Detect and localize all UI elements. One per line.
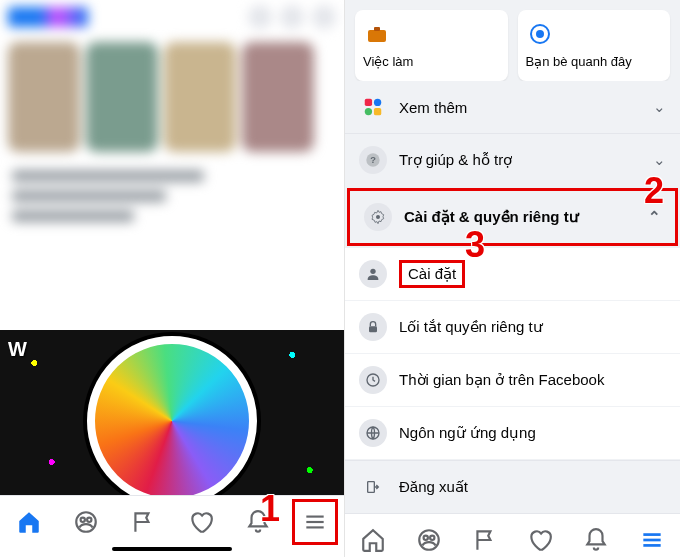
svg-rect-21: [368, 482, 375, 493]
svg-point-24: [430, 535, 434, 539]
left-screenshot: W 1: [0, 0, 345, 557]
tab-groups-right[interactable]: [409, 520, 449, 558]
tab-flag-right[interactable]: [465, 520, 505, 558]
submenu-settings[interactable]: Cài đặt: [345, 248, 680, 301]
facebook-logo: [8, 7, 88, 27]
menu-see-more-label: Xem thêm: [399, 99, 467, 116]
svg-point-22: [419, 530, 439, 550]
svg-point-23: [423, 535, 427, 539]
iphone-home-indicator: [0, 547, 344, 557]
submenu-your-time[interactable]: Thời gian bạn ở trên Facebook: [345, 354, 680, 407]
blurred-feed: [0, 0, 344, 330]
submenu-privacy-shortcuts-label: Lối tắt quyền riêng tư: [399, 318, 543, 336]
submenu-app-language[interactable]: Ngôn ngữ ứng dụng: [345, 407, 680, 460]
menu-list: Xem thêm ⌄ ? Trợ giúp & hỗ trợ ⌄ Cài đặt…: [345, 81, 680, 513]
tab-home[interactable]: [9, 502, 49, 542]
flag-icon: [130, 509, 156, 535]
submenu-app-language-label: Ngôn ngữ ứng dụng: [399, 424, 536, 442]
nearby-icon: [526, 20, 554, 48]
lock-icon: [359, 313, 387, 341]
svg-point-11: [374, 99, 381, 106]
globe-icon: [359, 419, 387, 447]
submenu-settings-label: Cài đặt: [399, 260, 465, 288]
card-jobs-label: Việc làm: [363, 54, 500, 69]
shortcut-cards: Việc làm Bạn bè quanh đây: [345, 0, 680, 81]
svg-point-16: [376, 215, 380, 219]
watermark-logo: W: [8, 338, 27, 361]
feed-post-image: W: [0, 330, 344, 495]
svg-rect-6: [368, 30, 386, 42]
svg-point-9: [536, 30, 544, 38]
svg-point-0: [76, 512, 96, 532]
bell-icon: [583, 527, 609, 553]
home-icon: [16, 509, 42, 535]
menu-help-label: Trợ giúp & hỗ trợ: [399, 151, 512, 169]
right-screenshot: Việc làm Bạn bè quanh đây Xem thêm ⌄ ? T…: [345, 0, 680, 557]
chevron-down-icon: ⌄: [653, 98, 666, 116]
tab-groups[interactable]: [66, 502, 106, 542]
briefcase-icon: [363, 20, 391, 48]
annotation-step-1: 1: [260, 488, 280, 530]
menu-see-more[interactable]: Xem thêm ⌄: [345, 81, 680, 133]
chevron-down-icon: ⌄: [653, 151, 666, 169]
logout-icon: [359, 473, 387, 501]
svg-rect-12: [374, 108, 381, 115]
svg-rect-18: [369, 326, 377, 332]
gear-icon: [364, 203, 392, 231]
svg-point-17: [370, 269, 375, 274]
card-nearby-friends[interactable]: Bạn bè quanh đây: [518, 10, 671, 81]
tab-like[interactable]: [181, 502, 221, 542]
avatar-settings-icon: [359, 260, 387, 288]
heart-icon: [527, 527, 553, 553]
apps-icon: [359, 93, 387, 121]
hamburger-icon: [302, 509, 328, 535]
annotation-step-3: 3: [465, 224, 485, 266]
card-nearby-label: Bạn bè quanh đây: [526, 54, 663, 69]
menu-logout[interactable]: Đăng xuất: [345, 460, 680, 513]
home-icon: [360, 527, 386, 553]
svg-point-1: [81, 517, 85, 521]
svg-text:?: ?: [370, 155, 376, 165]
card-jobs[interactable]: Việc làm: [355, 10, 508, 81]
tab-like-right[interactable]: [520, 520, 560, 558]
hamburger-icon: [639, 527, 665, 553]
bottom-tab-bar-left: [0, 495, 344, 547]
groups-icon: [416, 527, 442, 553]
menu-help[interactable]: ? Trợ giúp & hỗ trợ ⌄: [345, 133, 680, 186]
annotation-step-2: 2: [644, 170, 664, 212]
menu-settings-privacy-label: Cài đặt & quyền riêng tư: [404, 208, 579, 226]
svg-point-13: [365, 108, 372, 115]
bottom-tab-bar-right: [345, 513, 680, 557]
flag-icon: [472, 527, 498, 553]
clock-icon: [359, 366, 387, 394]
svg-point-2: [87, 517, 91, 521]
svg-rect-10: [365, 99, 372, 106]
tab-menu[interactable]: [295, 502, 335, 542]
submenu-privacy-shortcuts[interactable]: Lối tắt quyền riêng tư: [345, 301, 680, 354]
menu-settings-privacy[interactable]: Cài đặt & quyền riêng tư ⌃: [347, 188, 678, 246]
heart-icon: [188, 509, 214, 535]
submenu-your-time-label: Thời gian bạn ở trên Facebook: [399, 371, 604, 389]
tab-home-right[interactable]: [353, 520, 393, 558]
groups-icon: [73, 509, 99, 535]
svg-rect-7: [374, 27, 380, 31]
menu-logout-label: Đăng xuất: [399, 478, 468, 496]
help-icon: ?: [359, 146, 387, 174]
tab-notifications-right[interactable]: [576, 520, 616, 558]
tab-flag[interactable]: [123, 502, 163, 542]
tab-menu-right[interactable]: [632, 520, 672, 558]
